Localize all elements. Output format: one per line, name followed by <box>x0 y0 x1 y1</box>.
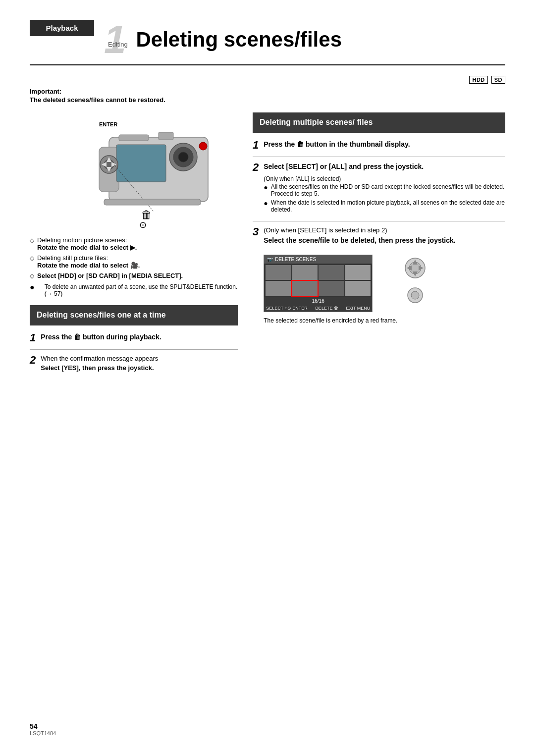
left-column: ENTER <box>30 112 238 378</box>
step3-multi-content: (Only when [SELECT] is selected in step … <box>264 226 505 325</box>
page-container: Playback Editing 1 Deleting scenes/files… <box>0 0 535 756</box>
thumbnail-grid <box>264 264 372 297</box>
thumb-1 <box>266 265 291 280</box>
joystick-svg-confirm <box>407 287 424 304</box>
thumb-5 <box>266 281 291 296</box>
media-select-text: Select [HDD] or [SD CARD] in [MEDIA SELE… <box>37 272 183 279</box>
step2-note2-item: ● When the date is selected in motion pi… <box>264 199 505 213</box>
svg-point-5 <box>178 152 188 162</box>
screen-footer: SELECT +⊙ ENTER DELETE 🗑 EXIT MENU <box>264 305 372 312</box>
screen-header-bar: 📷 DELETE SCENES <box>264 255 372 264</box>
joystick-svg-directional <box>404 257 427 279</box>
still-picture-text: Rotate the mode dial to select 🎥. <box>37 262 140 269</box>
section1-header: Deleting scenes/files one at a time <box>30 305 238 325</box>
page-number: 54 <box>30 722 56 730</box>
svg-rect-15 <box>104 199 201 205</box>
step2-multi-note-header: (Only when [ALL] is selected) <box>264 174 505 183</box>
header-area: Playback Editing 1 Deleting scenes/files <box>30 20 505 59</box>
step-divider-1 <box>30 349 238 350</box>
thumb-4 <box>345 265 371 280</box>
important-text: The deleted scenes/files cannot be resto… <box>30 96 505 104</box>
hdd-badge: HDD <box>469 76 487 84</box>
motion-picture-label: Deleting motion picture scenes: <box>37 236 127 244</box>
page-footer: 54 LSQT1484 <box>30 722 56 736</box>
step2-one: 2 When the confirmation message appears … <box>30 355 238 372</box>
header-divider <box>30 64 505 65</box>
svg-rect-6 <box>119 135 149 141</box>
step2-one-detail: Select [YES], then press the joystick. <box>41 364 238 372</box>
thumb-3 <box>319 265 344 280</box>
diamond-bullet-1: ◇ <box>30 237 34 244</box>
thumb-6-selected <box>292 281 318 296</box>
step2-note1: All the scenes/files on the HDD or SD ca… <box>271 183 505 197</box>
instructions-list: ◇ Deleting motion picture scenes: Rotate… <box>30 236 238 297</box>
screen-footer-exit: EXIT MENU <box>346 306 370 311</box>
step1-one: 1 Press the 🗑 button during playback. <box>30 332 238 343</box>
lsqt-code: LSQT1484 <box>30 730 56 736</box>
svg-point-16 <box>199 142 207 150</box>
svg-point-24 <box>411 291 419 299</box>
step-divider-2 <box>253 157 505 157</box>
delete-scenes-screen: 📷 DELETE SCENES <box>264 255 373 312</box>
screen-footer-select: SELECT +⊙ ENTER <box>266 306 308 311</box>
joystick-confirm <box>407 287 424 306</box>
motion-picture-text: Rotate the mode dial to select ▶. <box>37 244 137 251</box>
circle-button-icon: ⊙ <box>139 219 147 230</box>
step1-multi-main: Press the 🗑 button in the thumbnail disp… <box>264 140 505 150</box>
screen-thumbnail-container: 📷 DELETE SCENES <box>264 250 397 325</box>
instruction-split-delete: ● To delete an unwanted part of a scene,… <box>30 283 238 297</box>
instruction-still-picture: ◇ Deleting still picture files: Rotate t… <box>30 254 238 269</box>
step1-one-content: Press the 🗑 button during playback. <box>41 332 238 342</box>
section2-header: Deleting multiple scenes/ files <box>253 112 505 133</box>
section-two: Deleting multiple scenes/ files 1 Press … <box>253 112 505 325</box>
right-section-thumbnail: 📷 DELETE SCENES <box>264 250 505 325</box>
main-content: ENTER <box>30 112 505 378</box>
step3-multi-main: Select the scene/file to be deleted, the… <box>264 236 505 246</box>
thumb-2 <box>292 265 318 280</box>
instruction-media-select: ◇ Select [HDD] or [SD CARD] in [MEDIA SE… <box>30 272 238 279</box>
step3-multi-number: 3 <box>253 226 259 237</box>
playback-badge: Playback <box>30 20 94 36</box>
camera-diagram-area: ENTER <box>30 112 238 226</box>
important-section: Important: The deleted scenes/files cann… <box>30 88 505 104</box>
frame-note: The selected scene/file is encircled by … <box>264 316 397 325</box>
important-label: Important: <box>30 88 505 95</box>
step1-multi-number: 1 <box>253 140 259 151</box>
joystick-directional <box>404 257 427 281</box>
still-picture-label: Deleting still picture files: <box>37 254 108 262</box>
step2-note1-item: ● All the scenes/files on the HDD or SD … <box>264 183 505 197</box>
editing-title-area: 1 Deleting scenes/files <box>104 20 505 59</box>
diamond-bullet-3: ◇ <box>30 272 34 279</box>
svg-rect-7 <box>159 132 173 140</box>
step1-one-number: 1 <box>30 332 36 343</box>
bullet-round-1: ● <box>30 283 35 291</box>
chapter-number: 1 <box>104 20 126 59</box>
step1-one-main: Press the 🗑 button during playback. <box>41 332 238 342</box>
screen-footer-delete: DELETE 🗑 <box>315 306 338 311</box>
camera-svg <box>50 112 218 226</box>
joysticks-col <box>404 257 427 306</box>
editing-label: Editing <box>108 41 128 48</box>
note-bullet-2: ● <box>264 199 268 207</box>
step1-multi-content: Press the 🗑 button in the thumbnail disp… <box>264 140 505 150</box>
screen-count: 16/16 <box>264 297 372 305</box>
step3-multi: 3 (Only when [SELECT] is selected in ste… <box>253 226 505 325</box>
thumb-7 <box>319 281 344 296</box>
step2-multi: 2 Select [SELECT] or [ALL] and press the… <box>253 162 505 216</box>
step2-multi-number: 2 <box>253 162 259 173</box>
step2-one-number: 2 <box>30 355 36 366</box>
step2-note2: When the date is selected in motion pict… <box>271 199 505 213</box>
step2-one-sub: When the confirmation message appears <box>41 355 238 362</box>
step2-multi-main: Select [SELECT] or [ALL] and press the j… <box>264 162 505 172</box>
step2-multi-content: Select [SELECT] or [ALL] and press the j… <box>264 162 505 216</box>
chapter-title: Deleting scenes/files <box>136 29 342 50</box>
section-one: Deleting scenes/files one at a time 1 Pr… <box>30 305 238 372</box>
right-column: Deleting multiple scenes/ files 1 Press … <box>253 112 505 378</box>
split-delete-note: To delete an unwanted part of a scene, u… <box>45 283 238 297</box>
screen-camera-icon: 📷 <box>267 257 273 262</box>
screen-header-text: DELETE SCENES <box>275 257 316 262</box>
step2-one-content: When the confirmation message appears Se… <box>41 355 238 372</box>
diamond-bullet-2: ◇ <box>30 255 34 262</box>
sd-badge: SD <box>491 76 505 84</box>
step1-multi: 1 Press the 🗑 button in the thumbnail di… <box>253 140 505 151</box>
